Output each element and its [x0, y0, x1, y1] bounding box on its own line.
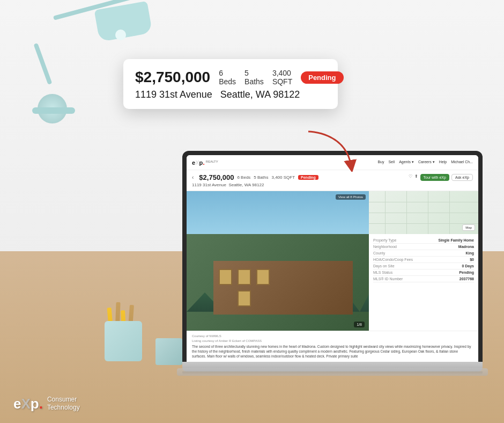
- browser-price: $2,750,000: [199, 173, 234, 181]
- property-details-table: Property Type Single Family Home Neighbo…: [369, 234, 478, 331]
- back-arrow-icon[interactable]: ‹: [192, 174, 194, 180]
- technology-label: Technology: [47, 404, 80, 411]
- detail-value-neighborhood: Madrona: [458, 245, 474, 249]
- lamp-bulb: [115, 30, 126, 40]
- detail-label-county: County: [373, 251, 385, 255]
- lamp-arm-2: [33, 43, 52, 85]
- detail-row-neighborhood: Neighborhood Madrona: [373, 244, 474, 250]
- detail-label-neighborhood: Neighborhood: [373, 245, 397, 249]
- map-line: [406, 191, 407, 234]
- popup-baths: 5 Baths: [244, 69, 264, 86]
- pencil-holder-group: [105, 321, 142, 361]
- detail-label-hoa: HOA/Condo/Coop Fees: [373, 258, 413, 261]
- map-area[interactable]: Map: [369, 191, 478, 234]
- main-property-image[interactable]: View all 8 Photos 1/8: [187, 191, 369, 331]
- pencil-holder: [105, 321, 142, 361]
- realty-text: REALTY: [206, 160, 218, 163]
- browser-action-buttons: ♡ ⬆ Tour with eXp Ask eXp: [409, 174, 473, 181]
- map-button[interactable]: Map: [462, 224, 475, 231]
- exp-logo-text: eXp.: [192, 158, 205, 166]
- small-holder: [155, 338, 182, 365]
- detail-row-county: County King: [373, 250, 474, 257]
- detail-value-mls-id: 2037768: [459, 277, 474, 281]
- popup-beds: 6 Beds: [219, 69, 236, 86]
- detail-row-mls-id: MLS® ID Number 2037768: [373, 276, 474, 282]
- nav-sell[interactable]: Sell: [388, 160, 395, 164]
- detail-value-mls-status: Pending: [459, 271, 474, 274]
- exp-logo-large: eXp.: [13, 397, 43, 411]
- exp-e-letter: e: [13, 396, 21, 412]
- detail-label-mls-id: MLS® ID Number: [373, 277, 403, 281]
- browser-sqft: 3,400 SQFT: [271, 175, 295, 180]
- popup-sqft: 3,400 SQFT: [272, 69, 292, 86]
- detail-value-county: King: [465, 251, 474, 255]
- browser-address-city: Seattle, WA 98122: [228, 183, 264, 187]
- nav-help[interactable]: Help: [439, 160, 447, 164]
- house-body: [213, 261, 353, 315]
- heart-icon[interactable]: ♡: [409, 174, 412, 181]
- nav-buy[interactable]: Buy: [377, 160, 384, 164]
- tour-button[interactable]: Tour with eXp: [420, 174, 449, 181]
- detail-label-mls-status: MLS Status: [373, 271, 392, 274]
- browser-property-header: ‹ $2,750,000 6 Beds 5 Baths 3,400 SQFT P…: [187, 170, 478, 191]
- house-window-3: [256, 269, 270, 285]
- browser-address: 1119 31st Avenue Seattle, WA 98122: [192, 183, 473, 187]
- consumer-tech-label: Consumer Technology: [47, 396, 80, 412]
- detail-row-days: Days on Site 0 Days: [373, 263, 474, 269]
- description-section: Courtesy of NWMLS Listing courtesy of Am…: [187, 331, 478, 362]
- house-window-1: [219, 269, 232, 285]
- house-window-4: [238, 290, 251, 307]
- browser-price-row: ‹ $2,750,000 6 Beds 5 Baths 3,400 SQFT P…: [192, 173, 473, 181]
- exp-x-letter: X: [21, 396, 30, 412]
- nav-careers[interactable]: Careers ▾: [418, 160, 435, 164]
- ask-button[interactable]: Ask eXp: [451, 174, 473, 181]
- browser-beds: 6 Beds: [237, 175, 250, 180]
- detail-label-days: Days on Site: [373, 264, 395, 268]
- exp-brand: eXp. Consumer Technology: [13, 396, 80, 412]
- nav-user[interactable]: Michael Ch...: [451, 160, 473, 164]
- image-counter: 1/8: [354, 322, 365, 327]
- view-photos-button[interactable]: View all 8 Photos: [336, 194, 366, 200]
- house-window-2: [238, 269, 251, 285]
- laptop-screen: eXp. REALTY Buy Sell Agents ▾ Careers ▾ …: [187, 155, 478, 362]
- share-icon[interactable]: ⬆: [414, 174, 418, 181]
- courtesy-text: Courtesy of NWMLS: [192, 334, 473, 338]
- browser-status-badge: Pending: [298, 175, 318, 180]
- property-description: The second of three architecturally stun…: [192, 344, 473, 359]
- arrow-indicator: [303, 129, 357, 172]
- browser-address-street: 1119 31st Avenue: [192, 183, 226, 187]
- detail-value-property-type: Single Family Home: [438, 238, 474, 242]
- laptop-screen-outer: eXp. REALTY Buy Sell Agents ▾ Careers ▾ …: [182, 151, 483, 362]
- popup-address-city: Seattle, WA 98122: [220, 89, 300, 100]
- popup-card: $2,750,000 6 Beds 5 Baths 3,400 SQFT Pen…: [123, 59, 338, 109]
- detail-row-property-type: Property Type Single Family Home: [373, 237, 474, 244]
- popup-address-street: 1119 31st Avenue: [135, 89, 212, 100]
- popup-address: 1119 31st Avenue Seattle, WA 98122: [135, 89, 326, 100]
- detail-label-property-type: Property Type: [373, 238, 396, 242]
- detail-value-hoa: $0: [470, 258, 474, 261]
- property-content: View all 8 Photos 1/8: [187, 191, 478, 331]
- browser-baths: 5 Baths: [254, 175, 268, 180]
- popup-price: $2,750,000: [135, 69, 210, 86]
- listing-agent-text: Listing courtesy of Amber R Eckert of CO…: [192, 339, 473, 342]
- house-structure: [197, 239, 358, 315]
- exp-p-letter: p: [31, 396, 39, 412]
- sidebar-content: Map Property Type Single Family Home Nei…: [369, 191, 478, 331]
- nav-links: Buy Sell Agents ▾ Careers ▾ Help Michael…: [377, 160, 473, 164]
- map-line: [428, 191, 428, 234]
- lamp-base: [32, 107, 75, 114]
- popup-status-badge: Pending: [301, 71, 343, 84]
- laptop: eXp. REALTY Buy Sell Agents ▾ Careers ▾ …: [182, 151, 483, 375]
- map-line: [385, 191, 386, 234]
- popup-price-row: $2,750,000 6 Beds 5 Baths 3,400 SQFT Pen…: [135, 69, 326, 86]
- detail-row-hoa: HOA/Condo/Coop Fees $0: [373, 257, 474, 263]
- map-line: [449, 191, 450, 234]
- exp-logo-nav: eXp. REALTY: [192, 158, 218, 166]
- detail-row-mls-status: MLS Status Pending: [373, 269, 474, 276]
- consumer-label: Consumer: [47, 396, 77, 403]
- detail-value-days: 0 Days: [462, 264, 474, 268]
- keyboard: [177, 368, 488, 376]
- exp-dot: .: [39, 396, 43, 412]
- nav-agents[interactable]: Agents ▾: [399, 160, 414, 164]
